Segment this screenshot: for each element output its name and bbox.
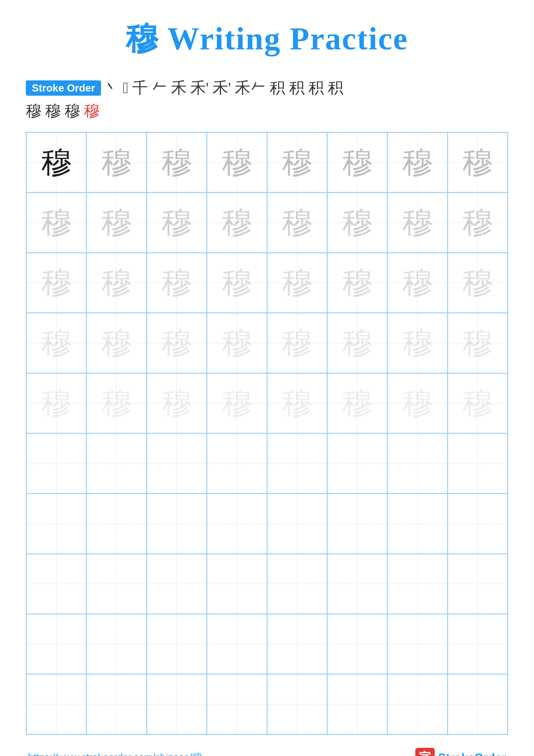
grid-cell-10-3[interactable] <box>147 674 207 734</box>
grid-cell-10-6[interactable] <box>327 674 387 734</box>
grid-cell-8-7[interactable] <box>387 554 447 614</box>
char-display: 穆 <box>101 142 132 183</box>
grid-cell-3-6[interactable]: 穆 <box>327 253 387 313</box>
grid-cell-8-4[interactable] <box>207 554 267 614</box>
grid-cell-4-1[interactable]: 穆 <box>26 313 87 373</box>
char-display: 穆 <box>222 202 252 243</box>
char-display: 穆 <box>101 323 132 364</box>
grid-cell-9-7[interactable] <box>387 614 447 674</box>
char-display: 穆 <box>342 383 372 424</box>
grid-cell-1-1[interactable]: 穆 <box>26 132 87 192</box>
grid-cell-1-8[interactable]: 穆 <box>447 132 508 192</box>
grid-cell-6-5[interactable] <box>267 433 327 494</box>
grid-row-6 <box>26 433 508 494</box>
grid-cell-5-2[interactable]: 穆 <box>87 373 146 433</box>
char-display: 穆 <box>41 323 71 364</box>
char-display: 穆 <box>402 202 433 243</box>
grid-cell-5-3[interactable]: 穆 <box>147 373 207 433</box>
grid-cell-8-8[interactable] <box>447 554 508 614</box>
footer: https://www.strokeorder.com/chinese/穆 字 … <box>26 748 508 756</box>
char-display: 穆 <box>342 202 372 243</box>
grid-cell-6-6[interactable] <box>327 433 387 494</box>
grid-cell-9-8[interactable] <box>447 614 508 674</box>
char-display: 穆 <box>41 383 71 424</box>
grid-cell-10-2[interactable] <box>87 674 146 734</box>
grid-cell-10-4[interactable] <box>207 674 267 734</box>
grid-cell-9-4[interactable] <box>207 614 267 674</box>
grid-cell-5-6[interactable]: 穆 <box>327 373 387 433</box>
grid-cell-4-7[interactable]: 穆 <box>387 313 447 373</box>
grid-cell-2-6[interactable]: 穆 <box>327 192 387 253</box>
grid-cell-3-3[interactable]: 穆 <box>147 253 207 313</box>
grid-cell-3-8[interactable]: 穆 <box>447 253 508 313</box>
grid-cell-7-2[interactable] <box>87 494 146 554</box>
grid-cell-4-2[interactable]: 穆 <box>87 313 146 373</box>
grid-cell-9-6[interactable] <box>327 614 387 674</box>
stroke-char-1: 丶 <box>103 78 119 98</box>
grid-cell-5-7[interactable]: 穆 <box>387 373 447 433</box>
grid-cell-8-1[interactable] <box>26 554 87 614</box>
grid-cell-8-2[interactable] <box>87 554 146 614</box>
stroke-chars-line2: 穆 穆 穆 穆 <box>26 100 508 121</box>
grid-cell-2-3[interactable]: 穆 <box>147 192 207 253</box>
grid-cell-6-4[interactable] <box>207 433 267 494</box>
grid-cell-6-1[interactable] <box>26 433 87 494</box>
stroke-char-11: 积 <box>309 78 324 98</box>
grid-cell-3-4[interactable]: 穆 <box>207 253 267 313</box>
grid-cell-2-7[interactable]: 穆 <box>387 192 447 253</box>
grid-cell-4-5[interactable]: 穆 <box>267 313 327 373</box>
grid-cell-6-8[interactable] <box>447 433 508 494</box>
grid-cell-7-1[interactable] <box>26 494 87 554</box>
grid-cell-8-6[interactable] <box>327 554 387 614</box>
char-display: 穆 <box>342 262 372 303</box>
grid-cell-2-4[interactable]: 穆 <box>207 192 267 253</box>
char-display: 穆 <box>282 383 312 424</box>
grid-cell-5-8[interactable]: 穆 <box>447 373 508 433</box>
grid-cell-1-7[interactable]: 穆 <box>387 132 447 192</box>
footer-url[interactable]: https://www.strokeorder.com/chinese/穆 <box>28 751 202 756</box>
grid-cell-9-2[interactable] <box>87 614 146 674</box>
grid-cell-10-5[interactable] <box>267 674 327 734</box>
stroke-char-12: 积 <box>328 78 343 98</box>
grid-cell-2-5[interactable]: 穆 <box>267 192 327 253</box>
grid-cell-7-6[interactable] <box>327 494 387 554</box>
grid-cell-3-1[interactable]: 穆 <box>26 253 87 313</box>
grid-cell-10-7[interactable] <box>387 674 447 734</box>
grid-cell-2-2[interactable]: 穆 <box>87 192 146 253</box>
grid-cell-4-4[interactable]: 穆 <box>207 313 267 373</box>
grid-cell-10-8[interactable] <box>447 674 508 734</box>
grid-cell-3-5[interactable]: 穆 <box>267 253 327 313</box>
grid-cell-8-5[interactable] <box>267 554 327 614</box>
grid-cell-9-1[interactable] <box>26 614 87 674</box>
grid-cell-1-4[interactable]: 穆 <box>207 132 267 192</box>
grid-cell-6-2[interactable] <box>87 433 146 494</box>
char-display: 穆 <box>162 323 192 364</box>
grid-cell-2-8[interactable]: 穆 <box>447 192 508 253</box>
grid-cell-7-4[interactable] <box>207 494 267 554</box>
grid-cell-1-2[interactable]: 穆 <box>87 132 146 192</box>
char-display: 穆 <box>162 262 192 303</box>
grid-cell-3-7[interactable]: 穆 <box>387 253 447 313</box>
grid-cell-9-5[interactable] <box>267 614 327 674</box>
grid-cell-7-7[interactable] <box>387 494 447 554</box>
grid-cell-5-4[interactable]: 穆 <box>207 373 267 433</box>
grid-cell-7-8[interactable] <box>447 494 508 554</box>
grid-cell-3-2[interactable]: 穆 <box>87 253 146 313</box>
grid-cell-7-3[interactable] <box>147 494 207 554</box>
grid-cell-1-5[interactable]: 穆 <box>267 132 327 192</box>
grid-cell-4-6[interactable]: 穆 <box>327 313 387 373</box>
grid-cell-4-3[interactable]: 穆 <box>147 313 207 373</box>
grid-cell-1-6[interactable]: 穆 <box>327 132 387 192</box>
grid-cell-10-1[interactable] <box>26 674 87 734</box>
grid-cell-4-8[interactable]: 穆 <box>447 313 508 373</box>
char-display: 穆 <box>282 262 312 303</box>
grid-cell-8-3[interactable] <box>147 554 207 614</box>
grid-cell-7-5[interactable] <box>267 494 327 554</box>
grid-cell-6-3[interactable] <box>147 433 207 494</box>
grid-cell-2-1[interactable]: 穆 <box>26 192 87 253</box>
grid-cell-6-7[interactable] <box>387 433 447 494</box>
grid-cell-1-3[interactable]: 穆 <box>147 132 207 192</box>
grid-cell-9-3[interactable] <box>147 614 207 674</box>
grid-cell-5-5[interactable]: 穆 <box>267 373 327 433</box>
grid-cell-5-1[interactable]: 穆 <box>26 373 87 433</box>
